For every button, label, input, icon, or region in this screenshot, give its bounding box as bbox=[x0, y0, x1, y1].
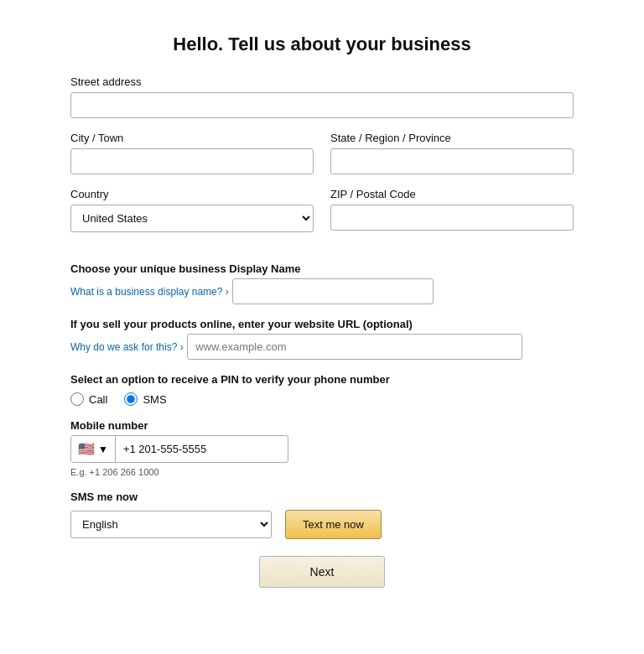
phone-hint: E.g. +1 206 266 1000 bbox=[70, 467, 574, 477]
sms-radio-label[interactable]: SMS bbox=[124, 392, 166, 406]
phone-flag-dropdown[interactable]: 🇺🇸 ▼ bbox=[71, 436, 116, 462]
display-name-help-link[interactable]: What is a business display name? › bbox=[70, 286, 229, 298]
sms-row: English Spanish French German Japanese P… bbox=[70, 510, 574, 539]
website-help-link[interactable]: Why do we ask for this? › bbox=[70, 341, 184, 353]
zip-postal-group: ZIP / Postal Code bbox=[330, 188, 574, 232]
phone-number-input[interactable] bbox=[116, 437, 288, 461]
display-name-input[interactable] bbox=[232, 278, 434, 304]
page-title: Hello. Tell us about your business bbox=[70, 34, 574, 55]
website-group: If you sell your products online, enter … bbox=[70, 318, 574, 360]
phone-input-wrapper: 🇺🇸 ▼ bbox=[70, 435, 288, 463]
sms-radio-text: SMS bbox=[143, 393, 166, 406]
call-radio-input[interactable] bbox=[70, 392, 84, 406]
country-label: Country bbox=[70, 188, 314, 200]
country-group: Country United States Canada United King… bbox=[70, 188, 314, 232]
mobile-number-group: Mobile number 🇺🇸 ▼ E.g. +1 206 266 1000 bbox=[70, 419, 574, 477]
city-town-label: City / Town bbox=[70, 132, 314, 144]
city-state-row: City / Town State / Region / Province bbox=[70, 132, 574, 188]
sms-radio-input[interactable] bbox=[124, 392, 138, 406]
zip-postal-label: ZIP / Postal Code bbox=[330, 188, 574, 200]
pin-radio-group: Call SMS bbox=[70, 392, 574, 406]
street-address-label: Street address bbox=[70, 75, 574, 88]
city-town-group: City / Town bbox=[70, 132, 314, 174]
street-address-group: Street address bbox=[70, 75, 574, 118]
pin-verification-group: Select an option to receive a PIN to ver… bbox=[70, 373, 574, 406]
call-radio-text: Call bbox=[89, 393, 107, 406]
sms-me-now-group: SMS me now English Spanish French German… bbox=[70, 490, 574, 539]
call-radio-label[interactable]: Call bbox=[70, 392, 107, 406]
display-name-group: Choose your unique business Display Name… bbox=[70, 262, 574, 304]
form-container: Hello. Tell us about your business Stree… bbox=[45, 17, 599, 613]
sms-me-now-label: SMS me now bbox=[70, 490, 574, 503]
zip-postal-input[interactable] bbox=[330, 205, 574, 231]
street-address-input[interactable] bbox=[70, 92, 574, 118]
sms-language-select[interactable]: English Spanish French German Japanese P… bbox=[70, 511, 272, 538]
city-town-input[interactable] bbox=[70, 148, 314, 174]
country-select[interactable]: United States Canada United Kingdom Aust… bbox=[70, 205, 314, 232]
text-me-now-button[interactable]: Text me now bbox=[285, 510, 382, 539]
website-header: If you sell your products online, enter … bbox=[70, 318, 574, 330]
us-flag-icon: 🇺🇸 bbox=[78, 441, 95, 457]
display-name-header: Choose your unique business Display Name bbox=[70, 262, 574, 275]
state-region-group: State / Region / Province bbox=[330, 132, 574, 174]
phone-dropdown-arrow: ▼ bbox=[98, 444, 108, 455]
mobile-number-label: Mobile number bbox=[70, 419, 574, 432]
state-region-input[interactable] bbox=[330, 148, 574, 174]
state-region-label: State / Region / Province bbox=[330, 132, 574, 144]
next-button[interactable]: Next bbox=[259, 556, 386, 588]
pin-verification-header: Select an option to receive a PIN to ver… bbox=[70, 373, 574, 386]
country-zip-row: Country United States Canada United King… bbox=[70, 188, 574, 246]
website-input[interactable] bbox=[187, 334, 522, 360]
next-button-wrapper: Next bbox=[70, 556, 574, 588]
